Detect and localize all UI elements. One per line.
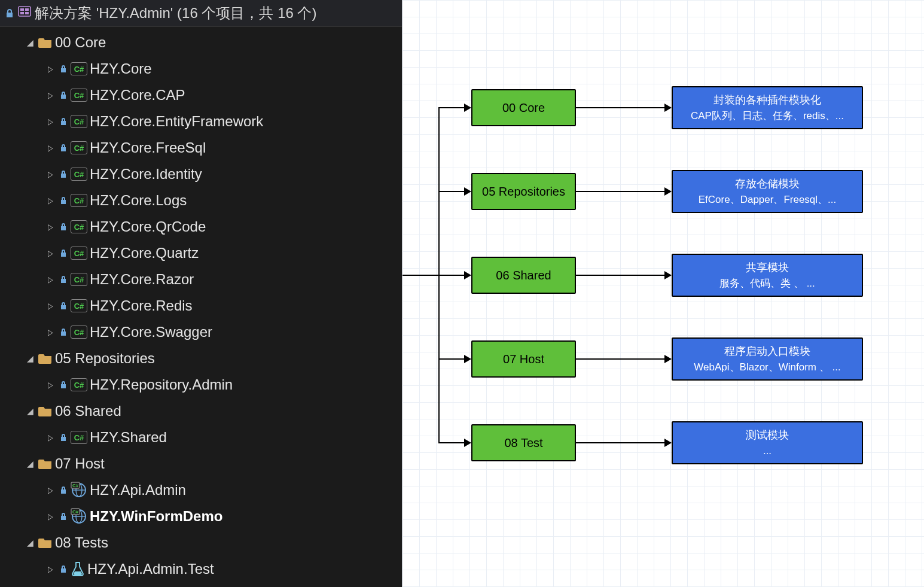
chevron-right-icon[interactable] <box>44 90 56 100</box>
project-row[interactable]: C#HZY.Core.Identity <box>0 161 402 187</box>
folder-row[interactable]: 08 Tests <box>0 530 402 556</box>
project-label: HZY.Api.Admin.Test <box>87 561 214 577</box>
module-box[interactable]: 06 Shared <box>471 257 576 294</box>
lock-icon <box>59 381 68 389</box>
chevron-right-icon[interactable] <box>44 433 56 442</box>
description-title: 测试模块 <box>746 427 789 443</box>
lock-icon <box>59 223 68 231</box>
chevron-right-icon[interactable] <box>44 222 56 232</box>
svg-rect-2 <box>25 8 29 11</box>
solution-icon <box>18 5 31 22</box>
chevron-right-icon[interactable] <box>44 196 56 205</box>
chevron-down-icon[interactable] <box>24 538 36 548</box>
lock-icon <box>59 117 68 126</box>
module-box[interactable]: 08 Test <box>471 424 576 461</box>
chevron-right-icon[interactable] <box>44 248 56 258</box>
arrowhead-icon <box>464 187 471 196</box>
project-row[interactable]: C#HZY.Api.Admin <box>0 477 402 503</box>
folder-icon <box>38 37 53 48</box>
csharp-project-icon: C# <box>71 141 87 154</box>
chevron-right-icon[interactable] <box>44 301 56 311</box>
project-row[interactable]: C#HZY.Core.Quartz <box>0 240 402 266</box>
connector-line <box>576 191 670 192</box>
solution-title: 解决方案 'HZY.Admin' (16 个项目，共 16 个) <box>35 4 316 23</box>
description-box[interactable]: 程序启动入口模块WebApi、Blazor、Winform 、 ... <box>672 337 863 381</box>
chevron-right-icon[interactable] <box>44 275 56 284</box>
chevron-down-icon[interactable] <box>24 459 36 469</box>
project-row[interactable]: C#HZY.Core.FreeSql <box>0 135 402 161</box>
folder-row[interactable]: 07 Host <box>0 451 402 477</box>
description-box[interactable]: 存放仓储模块EfCore、Dapper、Freesql、... <box>672 170 863 213</box>
svg-text:C#: C# <box>72 509 79 515</box>
module-label: 07 Host <box>503 352 544 366</box>
folder-row[interactable]: 00 Core <box>0 29 402 56</box>
chevron-down-icon[interactable] <box>24 38 36 47</box>
csharp-project-icon: C# <box>71 89 87 102</box>
project-label: HZY.Api.Admin <box>90 482 186 498</box>
connector-stub <box>402 275 438 276</box>
web-project-icon: C# <box>71 508 87 525</box>
folder-row[interactable]: 05 Repositories <box>0 345 402 372</box>
description-detail: 服务、代码、类 、 ... <box>719 276 815 291</box>
chevron-right-icon[interactable] <box>44 327 56 337</box>
project-row[interactable]: HZY.Api.Admin.Test <box>0 556 402 582</box>
chevron-down-icon[interactable] <box>24 406 36 416</box>
chevron-right-icon[interactable] <box>44 64 56 74</box>
csharp-project-icon: C# <box>71 378 87 391</box>
project-row[interactable]: C#HZY.WinFormDemo <box>0 503 402 530</box>
project-row[interactable]: C#HZY.Core.Logs <box>0 187 402 214</box>
arrowhead-icon <box>664 271 672 279</box>
module-box[interactable]: 00 Core <box>471 89 576 126</box>
description-box[interactable]: 封装的各种插件模块化CAP队列、日志、任务、redis、... <box>672 86 863 129</box>
svg-rect-4 <box>25 12 29 14</box>
csharp-project-icon: C# <box>71 168 87 181</box>
folder-icon <box>38 405 53 417</box>
chevron-down-icon[interactable] <box>24 354 36 363</box>
folder-row[interactable]: 06 Shared <box>0 398 402 424</box>
folder-label: 08 Tests <box>55 534 108 551</box>
lock-icon <box>59 565 68 573</box>
project-row[interactable]: C#HZY.Core.Razor <box>0 266 402 293</box>
project-row[interactable]: C#HZY.Core.EntityFramework <box>0 108 402 135</box>
folder-label: 06 Shared <box>55 403 121 419</box>
project-row[interactable]: C#HZY.Repository.Admin <box>0 372 402 398</box>
arrowhead-icon <box>664 104 672 112</box>
chevron-right-icon[interactable] <box>44 380 56 390</box>
project-row[interactable]: C#HZY.Shared <box>0 424 402 451</box>
arrowhead-icon <box>464 104 471 112</box>
project-label: HZY.Shared <box>90 429 167 446</box>
project-row[interactable]: C#HZY.Core.CAP <box>0 82 402 108</box>
lock-icon <box>59 328 68 336</box>
module-box[interactable]: 05 Repositories <box>471 173 576 210</box>
project-row[interactable]: C#HZY.Core.Redis <box>0 293 402 319</box>
lock-icon <box>59 170 68 178</box>
lock-icon <box>59 196 68 205</box>
description-detail: CAP队列、日志、任务、redis、... <box>691 108 844 124</box>
csharp-project-icon: C# <box>71 247 87 260</box>
arrowhead-icon <box>464 271 471 279</box>
folder-icon <box>38 458 53 470</box>
lock-icon <box>59 91 68 99</box>
web-project-icon: C# <box>71 482 87 498</box>
chevron-right-icon[interactable] <box>44 512 56 521</box>
solution-explorer: 解决方案 'HZY.Admin' (16 个项目，共 16 个) 00 Core… <box>0 0 402 587</box>
project-row[interactable]: C#HZY.Core.Swagger <box>0 319 402 345</box>
solution-header[interactable]: 解决方案 'HZY.Admin' (16 个项目，共 16 个) <box>0 0 402 27</box>
chevron-right-icon[interactable] <box>44 485 56 495</box>
csharp-project-icon: C# <box>71 273 87 286</box>
folder-icon <box>38 352 53 364</box>
project-row[interactable]: C#HZY.Core.QrCode <box>0 214 402 240</box>
csharp-project-icon: C# <box>71 431 87 444</box>
description-box[interactable]: 共享模块服务、代码、类 、 ... <box>672 254 863 297</box>
description-title: 共享模块 <box>746 260 789 276</box>
project-row[interactable]: C#HZY.Core <box>0 56 402 82</box>
chevron-right-icon[interactable] <box>44 169 56 179</box>
svg-rect-1 <box>20 8 24 11</box>
module-box[interactable]: 07 Host <box>471 340 576 378</box>
description-box[interactable]: 测试模块... <box>672 421 863 464</box>
chevron-right-icon[interactable] <box>44 143 56 153</box>
svg-rect-0 <box>19 7 31 16</box>
description-detail: EfCore、Dapper、Freesql、... <box>699 192 837 208</box>
chevron-right-icon[interactable] <box>44 117 56 126</box>
chevron-right-icon[interactable] <box>44 564 56 574</box>
